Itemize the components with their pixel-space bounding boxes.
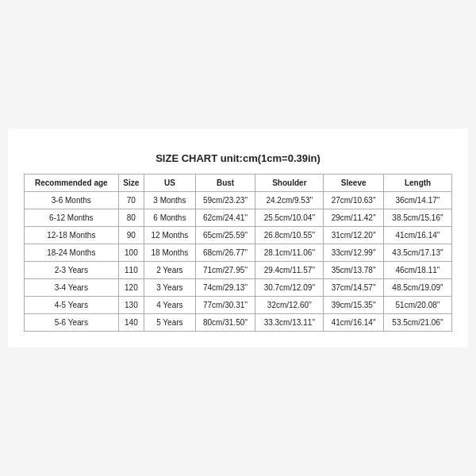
table-cell: 48.5cm/19.09'' bbox=[384, 279, 452, 297]
table-cell: 33.3cm/13.11'' bbox=[255, 314, 324, 332]
table-cell: 46cm/18.11'' bbox=[384, 262, 452, 279]
table-cell: 6-12 Months bbox=[25, 209, 119, 227]
table-cell: 90 bbox=[118, 227, 144, 244]
table-cell: 3 Months bbox=[144, 192, 196, 209]
table-cell: 53.5cm/21.06'' bbox=[384, 314, 452, 332]
table-cell: 33cm/12.99'' bbox=[324, 244, 384, 262]
table-cell: 80 bbox=[118, 209, 144, 227]
table-cell: 12-18 Months bbox=[25, 227, 119, 244]
table-cell: 62cm/24.41'' bbox=[195, 209, 255, 227]
table-cell: 71cm/27.95'' bbox=[195, 262, 255, 279]
table-cell: 130 bbox=[118, 297, 144, 314]
table-cell: 70 bbox=[118, 192, 144, 209]
table-row: 2-3 Years1102 Years71cm/27.95''29.4cm/11… bbox=[25, 262, 452, 279]
table-cell: 41cm/16.14'' bbox=[324, 314, 384, 332]
table-cell: 3-4 Years bbox=[25, 279, 119, 297]
table-cell: 59cm/23.23'' bbox=[195, 192, 255, 209]
chart-title: SIZE CHART unit:cm(1cm=0.39in) bbox=[24, 152, 452, 164]
table-cell: 51cm/20.08'' bbox=[384, 297, 452, 314]
table-cell: 3 Years bbox=[144, 279, 196, 297]
table-cell: 28.1cm/11.06'' bbox=[255, 244, 324, 262]
table-row: 6-12 Months806 Months62cm/24.41''25.5cm/… bbox=[25, 209, 452, 227]
table-cell: 4-5 Years bbox=[25, 297, 119, 314]
table-cell: 6 Months bbox=[144, 209, 196, 227]
table-cell: 110 bbox=[118, 262, 144, 279]
table-cell: 18-24 Months bbox=[25, 244, 119, 262]
column-header: Length bbox=[384, 175, 452, 192]
table-row: 3-6 Months703 Months59cm/23.23''24.2cm/9… bbox=[25, 192, 452, 209]
table-cell: 41cm/16.14'' bbox=[384, 227, 452, 244]
table-cell: 100 bbox=[118, 244, 144, 262]
table-cell: 80cm/31.50'' bbox=[195, 314, 255, 332]
table-cell: 24.2cm/9.53'' bbox=[255, 192, 324, 209]
table-cell: 3-6 Months bbox=[25, 192, 119, 209]
table-cell: 30.7cm/12.09'' bbox=[255, 279, 324, 297]
table-cell: 32cm/12.60'' bbox=[255, 297, 324, 314]
table-cell: 5 Years bbox=[144, 314, 196, 332]
table-cell: 35cm/13.78'' bbox=[324, 262, 384, 279]
table-header-row: Recommended ageSizeUSBustShoulderSleeveL… bbox=[25, 175, 452, 192]
table-cell: 2-3 Years bbox=[25, 262, 119, 279]
column-header: US bbox=[144, 175, 196, 192]
table-cell: 29cm/11.42'' bbox=[324, 209, 384, 227]
table-cell: 68cm/26.77'' bbox=[195, 244, 255, 262]
table-cell: 26.8cm/10.55'' bbox=[255, 227, 324, 244]
table-cell: 120 bbox=[118, 279, 144, 297]
table-row: 3-4 Years1203 Years74cm/29.13''30.7cm/12… bbox=[25, 279, 452, 297]
table-cell: 43.5cm/17.13'' bbox=[384, 244, 452, 262]
table-row: 4-5 Years1304 Years77cm/30.31''32cm/12.6… bbox=[25, 297, 452, 314]
table-cell: 36cm/14.17'' bbox=[384, 192, 452, 209]
table-cell: 39cm/15.35'' bbox=[324, 297, 384, 314]
table-cell: 37cm/14.57'' bbox=[324, 279, 384, 297]
column-header: Bust bbox=[195, 175, 255, 192]
table-cell: 25.5cm/10.04'' bbox=[255, 209, 324, 227]
table-cell: 65cm/25.59'' bbox=[195, 227, 255, 244]
size-chart-container: SIZE CHART unit:cm(1cm=0.39in) Recommend… bbox=[8, 129, 468, 347]
table-cell: 31cm/12.20'' bbox=[324, 227, 384, 244]
table-cell: 140 bbox=[118, 314, 144, 332]
table-row: 18-24 Months10018 Months68cm/26.77''28.1… bbox=[25, 244, 452, 262]
column-header: Recommended age bbox=[25, 175, 119, 192]
table-cell: 74cm/29.13'' bbox=[195, 279, 255, 297]
column-header: Size bbox=[118, 175, 144, 192]
table-cell: 27cm/10.63'' bbox=[324, 192, 384, 209]
table-row: 12-18 Months9012 Months65cm/25.59''26.8c… bbox=[25, 227, 452, 244]
table-cell: 2 Years bbox=[144, 262, 196, 279]
table-cell: 29.4cm/11.57'' bbox=[255, 262, 324, 279]
table-cell: 77cm/30.31'' bbox=[195, 297, 255, 314]
table-cell: 38.5cm/15.16'' bbox=[384, 209, 452, 227]
table-cell: 5-6 Years bbox=[25, 314, 119, 332]
table-cell: 18 Months bbox=[144, 244, 196, 262]
column-header: Sleeve bbox=[324, 175, 384, 192]
size-chart-table: Recommended ageSizeUSBustShoulderSleeveL… bbox=[24, 174, 452, 332]
table-row: 5-6 Years1405 Years80cm/31.50''33.3cm/13… bbox=[25, 314, 452, 332]
column-header: Shoulder bbox=[255, 175, 324, 192]
table-cell: 12 Months bbox=[144, 227, 196, 244]
table-cell: 4 Years bbox=[144, 297, 196, 314]
